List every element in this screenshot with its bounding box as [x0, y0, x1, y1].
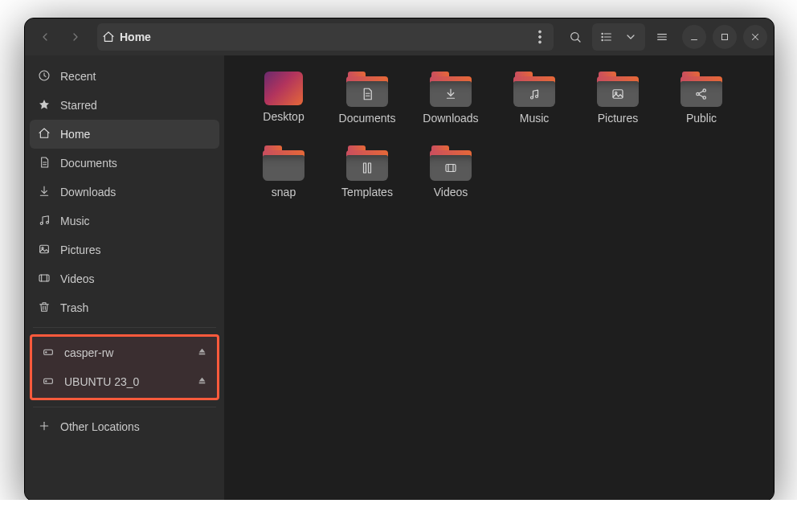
file-item[interactable]: Music	[494, 72, 574, 125]
hamburger-menu-button[interactable]	[648, 23, 676, 51]
svg-rect-38	[199, 383, 206, 384]
maximize-icon	[719, 31, 730, 43]
svg-line-51	[699, 91, 703, 93]
sidebar-item-label: Pictures	[60, 243, 101, 256]
file-item[interactable]: Downloads	[411, 72, 491, 125]
svg-rect-55	[446, 165, 456, 172]
sidebar-item-label: UBUNTU 23_0	[64, 375, 139, 388]
pathbar-menu-button[interactable]	[531, 28, 549, 46]
file-item[interactable]: Documents	[327, 72, 407, 125]
minimize-icon	[689, 31, 700, 43]
hamburger-icon	[656, 31, 668, 43]
folder-icon	[681, 72, 722, 107]
svg-marker-37	[199, 378, 206, 382]
sidebar-separator	[33, 327, 216, 328]
path-segment-home[interactable]: Home	[102, 31, 151, 43]
folder-icon	[346, 72, 388, 107]
sidebar-item-label: Music	[60, 215, 90, 227]
svg-line-52	[699, 95, 703, 97]
sidebar-item-label: Home	[60, 128, 90, 141]
file-item[interactable]: Public	[661, 72, 742, 125]
sidebar-item-home[interactable]: Home	[30, 120, 219, 149]
folder-icon	[346, 145, 388, 181]
minimize-button[interactable]	[682, 25, 706, 49]
svg-point-45	[536, 96, 538, 98]
file-item[interactable]: Templates	[327, 145, 407, 198]
svg-point-0	[539, 31, 542, 33]
file-item[interactable]: Pictures	[578, 72, 658, 125]
file-label: snap	[272, 186, 296, 198]
svg-rect-34	[199, 354, 206, 355]
sidebar-item-pictures[interactable]: Pictures	[30, 235, 219, 264]
file-label: Templates	[341, 186, 393, 198]
eject-button[interactable]	[197, 375, 207, 388]
close-icon	[750, 31, 761, 43]
file-item[interactable]: Desktop	[243, 72, 324, 125]
svg-point-25	[42, 247, 43, 248]
svg-rect-15	[722, 35, 728, 40]
sidebar-item-other-locations[interactable]: Other Locations	[30, 412, 219, 441]
sidebar-item-starred[interactable]: Starred	[30, 91, 219, 120]
mounts-highlight-annotation: casper-rw UBUNTU 23_0	[30, 334, 219, 400]
desktop-icon	[264, 72, 303, 105]
sidebar-mount-casper-rw[interactable]: casper-rw	[34, 338, 215, 367]
plus-icon	[38, 419, 51, 435]
svg-point-9	[602, 36, 603, 37]
view-switcher	[592, 23, 645, 51]
svg-marker-19	[39, 100, 49, 109]
sidebar-separator	[33, 407, 216, 407]
svg-rect-26	[39, 275, 49, 281]
list-view-button[interactable]	[595, 26, 618, 48]
home-icon	[102, 31, 115, 43]
clock-icon	[38, 69, 51, 84]
file-label: Music	[520, 112, 550, 125]
svg-point-36	[46, 380, 47, 381]
sidebar-mount-ubuntu[interactable]: UBUNTU 23_0	[34, 367, 215, 396]
sidebar-item-trash[interactable]: Trash	[30, 293, 219, 322]
svg-line-4	[578, 39, 580, 42]
svg-rect-24	[40, 245, 49, 252]
sidebar-item-music[interactable]: Music	[30, 207, 219, 235]
search-button[interactable]	[562, 23, 589, 51]
file-grid-view[interactable]: Desktop Documents Downloads Music Pictur…	[224, 55, 774, 500]
svg-point-1	[539, 36, 542, 39]
svg-point-8	[602, 33, 603, 34]
sidebar-item-label: Documents	[60, 157, 117, 170]
folder-icon	[513, 72, 555, 107]
document-icon	[38, 156, 51, 171]
sidebar-item-videos[interactable]: Videos	[30, 264, 219, 293]
folder-icon	[263, 145, 304, 181]
sidebar-item-recent[interactable]: Recent	[30, 62, 219, 91]
video-icon	[38, 272, 51, 287]
maximize-button[interactable]	[713, 25, 737, 49]
folder-icon	[597, 72, 639, 107]
svg-point-47	[615, 92, 617, 93]
svg-marker-33	[199, 349, 206, 353]
eject-button[interactable]	[197, 346, 207, 359]
file-item[interactable]: snap	[243, 145, 324, 198]
sidebar-item-label: Other Locations	[60, 420, 140, 433]
headerbar: Home	[25, 18, 774, 55]
path-bar[interactable]: Home	[97, 23, 554, 51]
forward-button[interactable]	[62, 23, 89, 51]
list-icon	[600, 31, 613, 43]
svg-point-23	[47, 221, 49, 223]
sidebar-item-documents[interactable]: Documents	[30, 149, 219, 178]
sidebar-item-downloads[interactable]: Downloads	[30, 178, 219, 207]
close-button[interactable]	[743, 25, 767, 49]
sidebar-item-label: Downloads	[60, 186, 116, 198]
svg-point-10	[602, 39, 603, 40]
trash-icon	[38, 301, 51, 316]
star-icon	[38, 98, 51, 113]
chevron-down-icon	[624, 31, 637, 43]
view-options-button[interactable]	[619, 26, 642, 48]
path-segment-label: Home	[120, 31, 151, 43]
sidebar-item-label: Starred	[60, 99, 97, 112]
sidebar-item-label: Videos	[60, 272, 95, 285]
file-item[interactable]: Videos	[411, 145, 491, 198]
back-button[interactable]	[31, 23, 59, 51]
file-label: Desktop	[263, 110, 304, 123]
svg-point-22	[40, 222, 43, 224]
folder-icon	[430, 145, 472, 181]
file-manager-window: Home	[24, 18, 775, 500]
